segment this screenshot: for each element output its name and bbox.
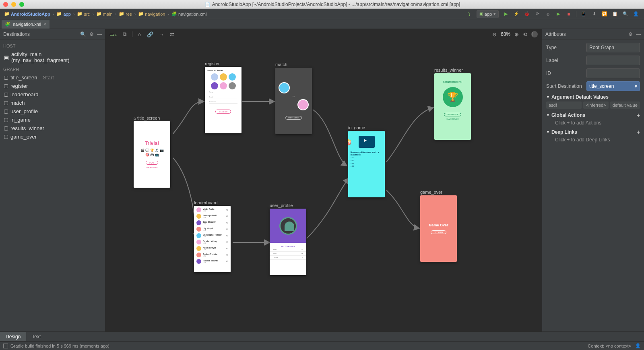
destination-item-user_profile[interactable]: user_profile (3, 107, 102, 116)
tab-design[interactable]: Design (0, 332, 26, 341)
add-global-action-button[interactable]: + (637, 112, 640, 118)
destinations-panel: Destinations 🔍 ⚙ — HOST ▣ activity_main … (0, 29, 105, 331)
destination-item-match[interactable]: match (3, 99, 102, 107)
add-deep-link-button[interactable]: + (637, 129, 640, 135)
coverage-icon[interactable]: ▶ (555, 11, 561, 17)
action-arrow-icon[interactable]: → (159, 31, 164, 37)
gear-icon[interactable]: ⚙ (628, 31, 633, 37)
home-icon[interactable]: ⌂ (138, 31, 141, 37)
breadcrumb-item[interactable]: 📁 app (56, 11, 75, 17)
global-actions-hint: Click + to add Actions (546, 120, 640, 126)
navigation-arrows (105, 29, 542, 331)
destination-item-in_game[interactable]: in_game (3, 116, 102, 124)
fragment-icon (4, 93, 8, 97)
status-context[interactable]: Context: <no context> (588, 344, 631, 348)
hector-icon[interactable]: 👤 (635, 343, 641, 348)
minimize-panel-icon[interactable]: — (636, 31, 641, 37)
host-item[interactable]: ▣ activity_main (my_nav_host_fragment) (3, 50, 102, 64)
deep-links-header[interactable]: ▼Deep Links + (546, 129, 640, 135)
zoom-in-icon[interactable]: ⊕ (514, 31, 519, 37)
sdk-manager-icon[interactable]: ⬇ (591, 11, 597, 17)
search-icon[interactable]: 🔍 (80, 31, 86, 37)
graph-section-label: GRAPH (3, 67, 102, 72)
breadcrumb-item[interactable]: 📁 navigation (137, 11, 170, 17)
zoom-level[interactable]: 68% (501, 31, 510, 37)
avd-manager-icon[interactable]: 📱 (580, 11, 587, 17)
attr-id-input[interactable] (586, 68, 640, 78)
attr-id-label: ID (546, 70, 583, 76)
breadcrumb-item[interactable]: 🧩 navigation.xml (171, 11, 207, 17)
stop-icon[interactable]: ■ (566, 11, 572, 17)
node-match[interactable]: match vs START MATCH (275, 61, 312, 134)
destination-item-leaderboard[interactable]: leaderboard (3, 90, 102, 99)
start-destination-icon: ⌂ (134, 116, 136, 120)
window-titlebar: AndroidStudioApp [~/AndroidStudioProject… (0, 0, 644, 9)
user-avatar-icon[interactable]: 👤 (633, 11, 639, 17)
attr-startdest-label: Start Destination (546, 83, 583, 89)
editor-tabs: 🧩 navigation.xml × (0, 19, 644, 29)
zoom-window-button[interactable] (19, 2, 24, 7)
status-icon[interactable] (3, 344, 8, 348)
attr-label-input[interactable] (586, 56, 640, 65)
minimize-window-button[interactable] (11, 2, 16, 7)
node-game-over[interactable]: game_over Game Over TRY AGAIN (420, 189, 457, 262)
layout-icon: ▣ (4, 54, 9, 60)
attr-type-input[interactable]: Root Graph (586, 43, 640, 52)
chevron-down-icon: ▾ (635, 83, 637, 89)
status-bar: Gradle build finished in 5 s 969 ms (mom… (0, 341, 644, 350)
apply-changes-icon[interactable]: ⚡ (513, 11, 520, 17)
destination-item-results_winner[interactable]: results_winner (3, 124, 102, 133)
destination-item-register[interactable]: register (3, 82, 102, 90)
window-title: AndroidStudioApp [~/AndroidStudioProject… (24, 2, 641, 7)
editor-tab-label: navigation.xml (13, 22, 41, 27)
search-everywhere-icon[interactable]: 🔍 (622, 11, 629, 17)
node-register[interactable]: register Select an Avatar Name Email Pas… (205, 60, 242, 133)
fragment-icon (4, 110, 8, 114)
gear-icon[interactable]: ⚙ (89, 31, 94, 37)
warnings-icon[interactable]: ! (531, 31, 538, 37)
attr-startdest-select[interactable]: title_screen▾ (586, 81, 640, 91)
destination-item-title_screen[interactable]: title_screen - Start (3, 73, 102, 82)
run-config-selector[interactable]: ▣app ▾ (477, 10, 499, 18)
argument-defaults-header[interactable]: ▼Argument Default Values (546, 94, 640, 100)
fragment-icon (4, 84, 8, 88)
run-icon[interactable]: ▶ (503, 11, 509, 17)
editor-mode-tabs: Design Text (0, 331, 644, 341)
breadcrumb-item[interactable]: 📁 AndroidStudioApp (3, 11, 55, 17)
destination-item-game_over[interactable]: game_over (3, 133, 102, 141)
global-actions-header[interactable]: ▼Global Actions + (546, 112, 640, 118)
build-hammer-icon[interactable]: ⤵ (466, 11, 473, 17)
node-in-game[interactable]: in_game 🍿 How many kilometers are in a m… (348, 124, 385, 197)
tab-text[interactable]: Text (26, 332, 46, 341)
zoom-fit-icon[interactable]: ⟲ (523, 31, 527, 37)
breadcrumb-item[interactable]: 📁 res (118, 11, 136, 17)
attach-debugger-icon[interactable]: ⎋ (545, 11, 551, 17)
auto-arrange-icon[interactable]: ⇄ (170, 31, 174, 37)
node-results-winner[interactable]: results_winner Congratulations! 🏆 NEXT M… (434, 67, 471, 140)
nested-graph-icon[interactable]: ⧉ (123, 31, 126, 37)
attr-label-label: Label (546, 58, 583, 63)
fragment-icon (4, 118, 8, 122)
breadcrumb-item[interactable]: 📁 main (95, 11, 118, 17)
attributes-panel: Attributes ⚙ — Type Root Graph Label ID … (542, 29, 644, 331)
fragment-icon (4, 76, 8, 80)
close-window-button[interactable] (3, 2, 8, 7)
node-user-profile[interactable]: user_profile Ali Connors Rank#7Wins18Los… (270, 202, 306, 275)
main-toolbar: 📁 AndroidStudioApp 📁 app 📁 src 📁 main 📁 … (0, 9, 644, 19)
host-section-label: HOST (3, 43, 102, 48)
zoom-out-icon[interactable]: ⊖ (492, 31, 497, 37)
node-title-screen[interactable]: ⌂title_screen Trivia! 🎬💬🏆🎵📷🎯🎮📺 PLAY LEAD… (134, 115, 170, 188)
link-icon[interactable]: 🔗 (147, 31, 153, 37)
node-leaderboard[interactable]: leaderboard Violet Parks12.0k#1Brooklyn … (194, 199, 231, 272)
argument-default-row[interactable]: asdf <inferred> default value (546, 101, 640, 109)
close-tab-icon[interactable]: × (43, 22, 46, 27)
minimize-panel-icon[interactable]: — (97, 31, 102, 37)
sync-project-icon[interactable]: 🔁 (601, 11, 608, 17)
profiler-icon[interactable]: ⟳ (534, 11, 541, 17)
project-structure-icon[interactable]: 📋 (612, 11, 618, 17)
debug-icon[interactable]: 🐞 (524, 11, 530, 17)
add-destination-icon[interactable]: ▭₊ (109, 31, 117, 37)
breadcrumb-item[interactable]: 📁 src (76, 11, 94, 17)
editor-tab-navigation[interactable]: 🧩 navigation.xml × (2, 20, 50, 29)
destinations-title: Destinations (3, 31, 77, 37)
